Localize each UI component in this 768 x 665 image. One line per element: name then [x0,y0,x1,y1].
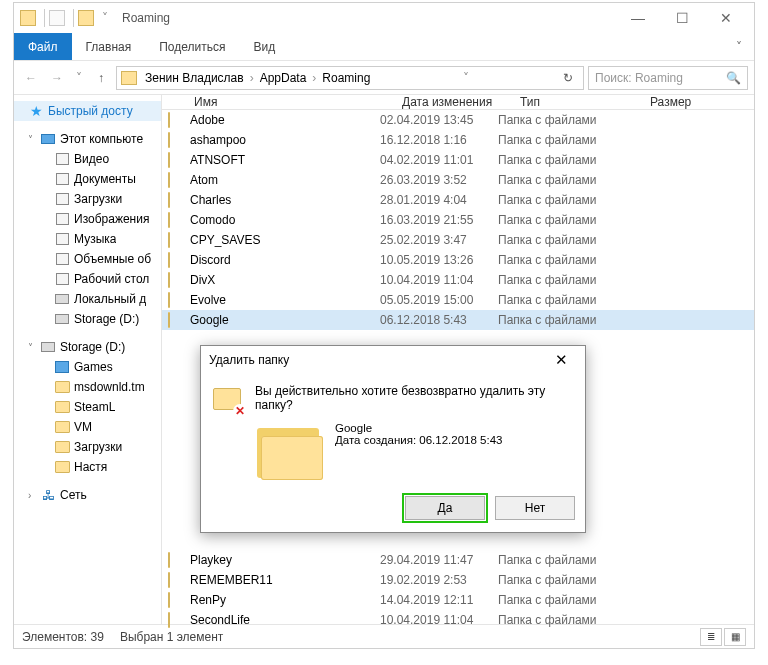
address-dropdown-icon[interactable]: ˅ [459,71,473,85]
file-row[interactable]: CPY_SAVES25.02.2019 3:47Папка с файлами [162,230,754,250]
breadcrumb-segment[interactable]: Зенин Владислав [141,71,248,85]
sidebar-storage[interactable]: ˅ Storage (D:) [14,337,161,357]
titlebar[interactable]: ˅ Roaming — ☐ ✕ [14,3,754,33]
column-header-date[interactable]: Дата изменения [398,95,516,109]
file-row[interactable]: Comodo16.03.2019 21:55Папка с файлами [162,210,754,230]
file-row[interactable]: Atom26.03.2019 3:52Папка с файлами [162,170,754,190]
view-thumbnails-button[interactable]: ▦ [724,628,746,646]
file-row[interactable]: Playkey29.04.2019 11:47Папка с файлами [162,550,754,570]
file-row[interactable]: DivX10.04.2019 11:04Папка с файлами [162,270,754,290]
refresh-icon[interactable]: ↻ [557,71,579,85]
maximize-button[interactable]: ☐ [660,4,704,32]
file-row[interactable]: Charles28.01.2019 4:04Папка с файлами [162,190,754,210]
sidebar-item[interactable]: Музыка [32,229,161,249]
file-row[interactable]: Discord10.05.2019 13:26Папка с файлами [162,250,754,270]
sidebar-item[interactable]: SteamL [32,397,161,417]
breadcrumb-segment[interactable]: AppData [256,71,311,85]
ribbon-tab-home[interactable]: Главная [72,33,146,60]
dialog-title-text: Удалить папку [209,353,289,367]
sidebar-item[interactable]: Games [32,357,161,377]
chevron-down-icon[interactable]: ˅ [28,134,40,145]
file-name: DivX [190,273,380,287]
ribbon-tab-view[interactable]: Вид [239,33,289,60]
view-details-button[interactable]: ≣ [700,628,722,646]
close-button[interactable]: ✕ [704,4,748,32]
dialog-warning-icon: ✕ [213,384,245,416]
library-icon [56,253,69,265]
nav-up-button[interactable]: ↑ [90,67,112,89]
pc-icon [41,134,55,144]
dialog-no-button[interactable]: Нет [495,496,575,520]
file-row[interactable]: SecondLife10.04.2019 11:04Папка с файлам… [162,610,754,630]
file-type: Папка с файлами [498,233,628,247]
chevron-right-icon[interactable]: › [310,71,318,85]
folder-icon [55,401,70,413]
sidebar-item[interactable]: Видео [32,149,161,169]
file-row[interactable]: Evolve05.05.2019 15:00Папка с файлами [162,290,754,310]
file-type: Папка с файлами [498,293,628,307]
qat-button[interactable] [49,10,65,26]
folder-icon [168,172,170,188]
sidebar-item[interactable]: Настя [32,457,161,477]
nav-back-button[interactable]: ← [20,67,42,89]
file-name: RenPy [190,593,380,607]
qat-dropdown-icon[interactable]: ˅ [98,11,112,25]
sidebar-item[interactable]: Объемные об [32,249,161,269]
file-type: Папка с файлами [498,133,628,147]
file-date: 02.04.2019 13:45 [380,113,498,127]
library-icon [56,193,69,205]
file-date: 29.04.2019 11:47 [380,553,498,567]
column-header-name[interactable]: Имя [190,95,398,109]
dialog-titlebar[interactable]: Удалить папку ✕ [201,346,585,374]
file-row[interactable]: Google06.12.2018 5:43Папка с файлами [162,310,754,330]
window-title: Roaming [122,11,170,25]
chevron-down-icon[interactable]: ˅ [28,342,40,353]
file-row[interactable]: REMEMBER1119.02.2019 2:53Папка с файлами [162,570,754,590]
search-input[interactable]: Поиск: Roaming 🔍 [588,66,748,90]
sidebar-item[interactable]: Загрузки [32,189,161,209]
dialog-close-button[interactable]: ✕ [545,348,577,372]
file-row[interactable]: ATNSOFT04.02.2019 11:01Папка с файлами [162,150,754,170]
file-type: Папка с файлами [498,153,628,167]
file-name: REMEMBER11 [190,573,380,587]
sidebar-network[interactable]: › 🖧 Сеть [14,485,161,505]
search-icon: 🔍 [726,71,741,85]
address-bar[interactable]: Зенин Владислав › AppData › Roaming ˅ ↻ [116,66,584,90]
file-name: CPY_SAVES [190,233,380,247]
column-header-size[interactable]: Размер [646,95,748,109]
folder-icon [168,192,170,208]
file-type: Папка с файлами [498,113,628,127]
sidebar-item[interactable]: Документы [32,169,161,189]
ribbon-tab-share[interactable]: Поделиться [145,33,239,60]
dialog-item-name: Google [335,422,502,434]
file-date: 10.04.2019 11:04 [380,613,498,627]
ribbon-tab-file[interactable]: Файл [14,33,72,60]
file-row[interactable]: ashampoo16.12.2018 1:16Папка с файлами [162,130,754,150]
dialog-yes-button[interactable]: Да [405,496,485,520]
minimize-button[interactable]: — [616,4,660,32]
breadcrumb-segment[interactable]: Roaming [318,71,374,85]
sidebar-item-label: VM [74,420,92,434]
file-row[interactable]: Adobe02.04.2019 13:45Папка с файлами [162,110,754,130]
ribbon-expand-icon[interactable]: ˅ [724,33,754,60]
column-header-type[interactable]: Тип [516,95,646,109]
folder-icon [168,572,170,588]
file-date: 04.02.2019 11:01 [380,153,498,167]
qat-separator [73,9,74,27]
folder-icon [168,272,170,288]
sidebar-item[interactable]: VM [32,417,161,437]
sidebar-item[interactable]: Загрузки [32,437,161,457]
sidebar-item[interactable]: Рабочий стол [32,269,161,289]
file-type: Папка с файлами [498,313,628,327]
sidebar-this-pc[interactable]: ˅ Этот компьюте [14,129,161,149]
file-row[interactable]: RenPy14.04.2019 12:11Папка с файлами [162,590,754,610]
sidebar-item[interactable]: msdownld.tm [32,377,161,397]
sidebar-quick-access[interactable]: ★ Быстрый досту [14,101,161,121]
sidebar-item[interactable]: Изображения [32,209,161,229]
chevron-right-icon[interactable]: › [28,490,40,501]
nav-forward-button[interactable]: → [46,67,68,89]
sidebar-item[interactable]: Storage (D:) [32,309,161,329]
sidebar-item[interactable]: Локальный д [32,289,161,309]
chevron-right-icon[interactable]: › [248,71,256,85]
nav-recent-dropdown[interactable]: ˅ [72,71,86,85]
